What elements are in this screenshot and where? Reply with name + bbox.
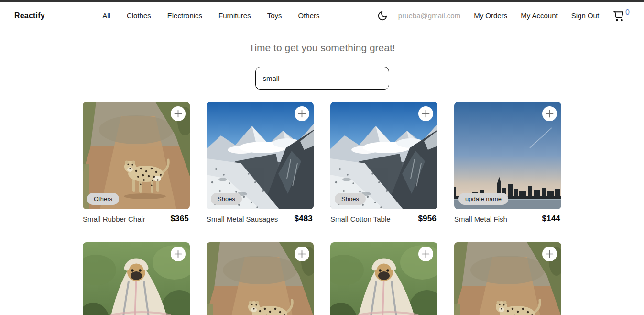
product-info-row: Small Cotton Table $956 [330, 214, 437, 224]
product-grid: Others Small Rubber Chair $365 Shoes [83, 102, 561, 315]
nav-category-clothes[interactable]: Clothes [127, 11, 151, 20]
nav-category-all[interactable]: All [102, 11, 110, 20]
product-card: Shoes Small Metal Sausages $483 [207, 102, 314, 224]
account-nav: prueba@gmail.com My Orders My Account Si… [377, 10, 630, 22]
product-image[interactable]: Shoes [207, 102, 314, 209]
product-name: Small Rubber Chair [83, 215, 145, 223]
nav-category-toys[interactable]: Toys [267, 11, 282, 20]
product-card: Shoes Small Cotton Table $956 [330, 102, 437, 224]
product-info-row: Small Metal Sausages $483 [207, 214, 314, 224]
product-image[interactable]: Shoes [330, 102, 437, 209]
nav-sign-out[interactable]: Sign Out [571, 11, 599, 20]
category-tag: Shoes [335, 193, 366, 205]
moon-icon [377, 11, 388, 21]
add-to-cart-button[interactable] [418, 106, 433, 121]
product-price: $483 [294, 214, 313, 224]
page-title: Time to get you something great! [0, 42, 644, 54]
product-card [330, 242, 437, 315]
product-price: $365 [170, 214, 189, 224]
search-input[interactable] [255, 67, 389, 90]
user-email: prueba@gmail.com [398, 11, 460, 20]
product-image[interactable] [330, 242, 437, 315]
nav-my-account[interactable]: My Account [521, 11, 558, 20]
category-tag: update name [458, 193, 508, 205]
product-name: Small Metal Fish [454, 215, 507, 223]
category-tag: Shoes [211, 193, 242, 205]
product-image[interactable]: Others [83, 102, 190, 209]
product-card: Others Small Rubber Chair $365 [83, 102, 190, 224]
brand-logo[interactable]: Reactify [14, 11, 45, 20]
product-price: $956 [418, 214, 437, 224]
cart-icon [612, 10, 624, 22]
theme-toggle-button[interactable] [377, 11, 388, 21]
nav-category-others[interactable]: Others [298, 11, 319, 20]
header: Reactify All Clothes Electronics Furnitu… [0, 2, 644, 29]
add-to-cart-button[interactable] [542, 247, 557, 261]
main-content: Time to get you something great! Others … [0, 42, 644, 315]
cart-button[interactable]: 0 [612, 10, 630, 22]
product-image[interactable] [83, 242, 190, 315]
cart-count: 0 [625, 8, 630, 17]
add-to-cart-button[interactable] [418, 247, 433, 261]
product-card: update name Small Metal Fish $144 [454, 102, 561, 224]
product-name: Small Metal Sausages [207, 215, 278, 223]
product-info-row: Small Metal Fish $144 [454, 214, 561, 224]
nav-my-orders[interactable]: My Orders [474, 11, 507, 20]
product-price: $144 [542, 214, 560, 224]
add-to-cart-button[interactable] [171, 106, 186, 121]
product-card [83, 242, 190, 315]
plus-icon [422, 110, 430, 118]
product-image[interactable]: update name [454, 102, 561, 209]
plus-icon [174, 250, 182, 258]
product-image[interactable] [207, 242, 314, 315]
plus-icon [298, 110, 306, 118]
plus-icon [422, 250, 430, 258]
category-nav: All Clothes Electronics Furnitures Toys … [102, 11, 319, 20]
add-to-cart-button[interactable] [542, 106, 557, 121]
add-to-cart-button[interactable] [295, 106, 309, 121]
product-info-row: Small Rubber Chair $365 [83, 214, 190, 224]
product-card [454, 242, 561, 315]
add-to-cart-button[interactable] [171, 247, 186, 261]
category-tag: Others [87, 193, 119, 205]
plus-icon [298, 250, 306, 258]
product-card [207, 242, 314, 315]
nav-category-electronics[interactable]: Electronics [167, 11, 202, 20]
plus-icon [174, 110, 182, 118]
nav-category-furnitures[interactable]: Furnitures [218, 11, 251, 20]
product-name: Small Cotton Table [330, 215, 391, 223]
add-to-cart-button[interactable] [295, 247, 309, 261]
plus-icon [546, 250, 554, 258]
product-image[interactable] [454, 242, 561, 315]
plus-icon [546, 110, 554, 118]
